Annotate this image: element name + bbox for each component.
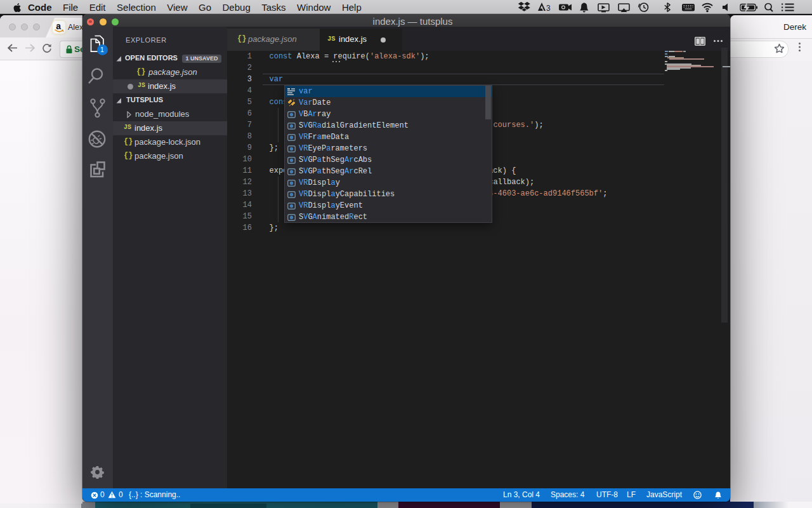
svg-text:3: 3 (546, 4, 551, 13)
